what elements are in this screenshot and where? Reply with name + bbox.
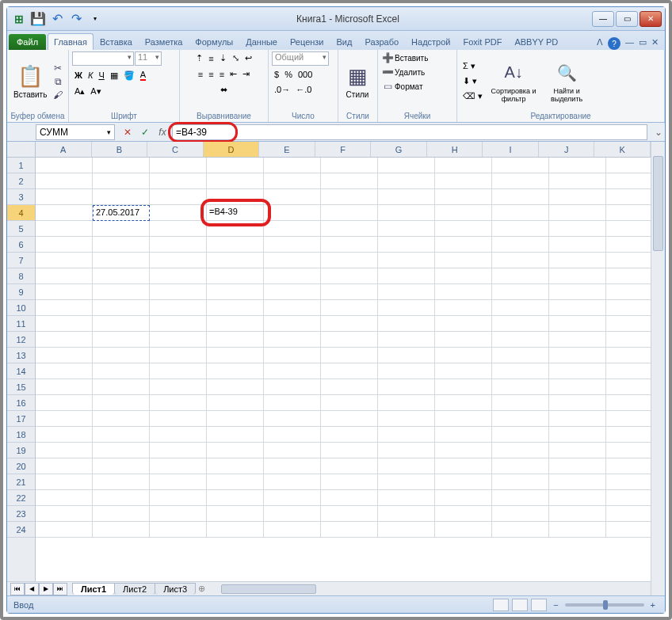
row-header-13[interactable]: 13	[7, 348, 35, 363]
zoom-slider-knob[interactable]	[603, 600, 608, 610]
row-header-9[interactable]: 9	[7, 284, 35, 300]
cell[interactable]	[93, 474, 150, 490]
cell[interactable]	[321, 300, 378, 316]
cell[interactable]	[207, 522, 264, 538]
new-sheet-icon[interactable]: ⊕	[198, 584, 205, 594]
cell[interactable]	[321, 189, 378, 205]
align-center-icon[interactable]: ≡	[206, 68, 216, 81]
cell[interactable]	[435, 348, 492, 363]
cell[interactable]	[207, 490, 264, 506]
cell[interactable]	[150, 443, 207, 458]
underline-button[interactable]: Ч	[96, 69, 106, 82]
cell[interactable]	[492, 316, 549, 332]
cell[interactable]	[378, 253, 435, 268]
cell[interactable]	[264, 522, 321, 538]
align-left-icon[interactable]: ≡	[196, 68, 205, 81]
column-header-J[interactable]: J	[539, 142, 595, 157]
cell[interactable]	[549, 427, 606, 443]
cell[interactable]	[36, 332, 93, 348]
cell[interactable]	[321, 506, 378, 522]
file-tab[interactable]: Файл	[9, 34, 46, 50]
cell[interactable]	[93, 284, 150, 300]
increase-font-icon[interactable]: A▴	[72, 85, 87, 98]
increase-indent-icon[interactable]: ⇥	[240, 67, 252, 81]
cell[interactable]	[150, 158, 207, 173]
cell[interactable]	[549, 522, 606, 538]
cell[interactable]	[435, 189, 492, 205]
cell[interactable]	[492, 348, 549, 363]
sheet-tab-Лист3[interactable]: Лист3	[155, 583, 196, 595]
cell[interactable]	[435, 443, 492, 458]
cell[interactable]	[150, 221, 207, 237]
cell[interactable]	[36, 253, 93, 268]
row-header-11[interactable]: 11	[7, 316, 35, 332]
cell[interactable]	[321, 316, 378, 332]
cell[interactable]	[378, 363, 435, 379]
cell[interactable]	[492, 284, 549, 300]
cell[interactable]	[93, 237, 150, 253]
cell[interactable]	[435, 284, 492, 300]
expand-formula-bar-icon[interactable]: ⌄	[652, 127, 665, 138]
cell[interactable]	[549, 221, 606, 237]
format-painter-icon[interactable]: 🖌	[52, 89, 64, 101]
cell[interactable]	[549, 158, 606, 173]
tab-abbyy[interactable]: ABBYY PD	[508, 33, 564, 50]
cell[interactable]	[264, 300, 321, 316]
cell-D4[interactable]: =B4-39	[207, 205, 264, 221]
cell[interactable]	[378, 474, 435, 490]
cell[interactable]	[207, 316, 264, 332]
row-header-21[interactable]: 21	[7, 474, 35, 490]
row-header-3[interactable]: 3	[7, 189, 35, 205]
cell[interactable]	[435, 411, 492, 427]
cell[interactable]	[321, 205, 378, 221]
cell[interactable]	[549, 411, 606, 427]
cell[interactable]	[150, 332, 207, 348]
cell[interactable]	[549, 332, 606, 348]
cell[interactable]	[321, 268, 378, 284]
sort-filter-button[interactable]: A↓ Сортировка и фильтр	[487, 59, 540, 105]
workbook-minimize-icon[interactable]: —	[625, 37, 634, 50]
sheet-nav-next-icon[interactable]: ▶	[39, 583, 53, 595]
align-middle-icon[interactable]: ≡	[206, 52, 216, 65]
cell[interactable]	[435, 221, 492, 237]
select-all-corner[interactable]	[7, 142, 36, 158]
italic-button[interactable]: К	[86, 69, 95, 82]
cell[interactable]	[378, 316, 435, 332]
cell-B4[interactable]: 27.05.2017	[93, 205, 150, 221]
cell[interactable]	[435, 268, 492, 284]
tab-formulas[interactable]: Формулы	[189, 33, 239, 50]
ribbon-minimize-icon[interactable]: ᐱ	[597, 37, 603, 50]
cell[interactable]	[435, 458, 492, 474]
cell[interactable]	[93, 411, 150, 427]
cell[interactable]	[264, 332, 321, 348]
cells-area[interactable]: 27.05.2017=B4-39	[36, 158, 651, 581]
cell[interactable]	[93, 427, 150, 443]
insert-cells-button[interactable]: ➕Вставить	[381, 51, 453, 64]
insert-function-icon[interactable]: fx	[155, 124, 170, 140]
cell[interactable]	[321, 443, 378, 458]
cell[interactable]	[36, 189, 93, 205]
cell[interactable]	[435, 173, 492, 189]
font-size-combo[interactable]: 11	[135, 51, 162, 66]
paste-button[interactable]: 📋 Вставить	[10, 62, 50, 101]
cell[interactable]	[36, 490, 93, 506]
comma-icon[interactable]: 000	[296, 68, 315, 81]
cell[interactable]	[264, 474, 321, 490]
row-header-20[interactable]: 20	[7, 458, 35, 474]
tab-foxit[interactable]: Foxit PDF	[457, 33, 509, 50]
cell[interactable]	[36, 474, 93, 490]
cell[interactable]	[93, 253, 150, 268]
cell[interactable]	[378, 237, 435, 253]
cell[interactable]	[435, 522, 492, 538]
cell[interactable]	[93, 522, 150, 538]
align-right-icon[interactable]: ≡	[217, 68, 227, 81]
cell[interactable]	[378, 379, 435, 395]
cell[interactable]	[492, 379, 549, 395]
qat-customize-icon[interactable]: ▾	[86, 10, 104, 28]
cell[interactable]	[435, 332, 492, 348]
cell[interactable]	[378, 300, 435, 316]
cell[interactable]	[264, 411, 321, 427]
undo-icon[interactable]: ↶	[48, 10, 66, 28]
cell[interactable]	[435, 395, 492, 411]
percent-icon[interactable]: %	[282, 68, 295, 81]
